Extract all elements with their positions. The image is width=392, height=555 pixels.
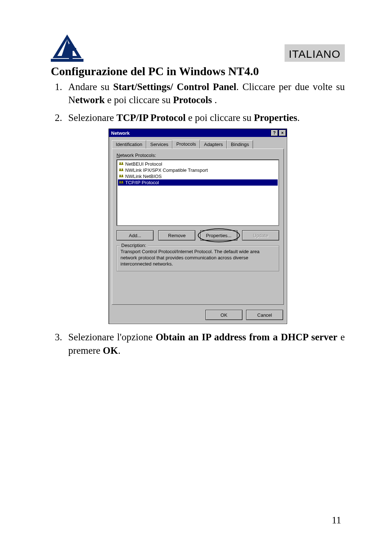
properties-button[interactable]: Properties... bbox=[200, 230, 237, 240]
list-item[interactable]: NWLink NetBIOS bbox=[118, 173, 278, 179]
brand-logo-icon bbox=[51, 33, 83, 62]
ok-button[interactable]: OK bbox=[205, 310, 242, 320]
tab-adapters[interactable]: Adapters bbox=[200, 140, 227, 149]
network-dialog: Network ? × Identification Services Prot… bbox=[109, 129, 287, 324]
list-item-label: TCP/IP Protocol bbox=[125, 180, 159, 185]
svg-rect-10 bbox=[119, 169, 121, 170]
add-button[interactable]: Add... bbox=[117, 230, 154, 240]
protocol-icon bbox=[119, 162, 124, 167]
svg-rect-6 bbox=[119, 164, 123, 165]
instruction-item-3: Selezionare l'opzione Obtain an IP addre… bbox=[65, 331, 345, 357]
svg-rect-14 bbox=[122, 175, 123, 177]
dialog-titlebar[interactable]: Network ? × bbox=[109, 129, 287, 137]
svg-rect-8 bbox=[122, 162, 123, 164]
help-icon: ? bbox=[273, 131, 275, 135]
svg-rect-3 bbox=[69, 44, 73, 59]
list-item-label: NWLink NetBIOS bbox=[125, 174, 162, 179]
tab-identification[interactable]: Identification bbox=[112, 140, 146, 149]
page-number: 11 bbox=[332, 515, 341, 526]
svg-rect-4 bbox=[67, 48, 76, 51]
section-title: Configurazione del PC in Windows NT4.0 bbox=[51, 65, 345, 78]
protocol-listbox[interactable]: NetBEUI Protocol NWLink IPX/SPX Compatib… bbox=[117, 159, 279, 226]
protocol-icon bbox=[119, 180, 124, 185]
close-button[interactable]: × bbox=[279, 130, 286, 136]
language-label: ITALIANO bbox=[285, 44, 345, 62]
svg-rect-7 bbox=[119, 162, 121, 164]
remove-button[interactable]: Remove bbox=[158, 230, 195, 240]
instruction-item-1: Andare su Start/Settings/ Control Panel.… bbox=[65, 80, 345, 107]
close-icon: × bbox=[281, 131, 283, 135]
instruction-list: Andare su Start/Settings/ Control Panel.… bbox=[51, 80, 345, 124]
list-item-label: NWLink IPX/SPX Compatible Transport bbox=[125, 167, 208, 173]
tab-bindings[interactable]: Bindings bbox=[227, 140, 253, 149]
description-group: Description: Transport Control Protocol/… bbox=[117, 246, 279, 271]
list-item[interactable]: NWLink IPX/SPX Compatible Transport bbox=[118, 167, 278, 173]
update-button[interactable]: Update bbox=[242, 230, 279, 240]
instruction-list-cont: Selezionare l'opzione Obtain an IP addre… bbox=[51, 331, 345, 357]
description-label: Description: bbox=[120, 243, 148, 249]
protocol-icon bbox=[119, 174, 124, 179]
tab-protocols[interactable]: Protocols bbox=[172, 140, 200, 149]
dialog-title: Network bbox=[111, 130, 130, 136]
svg-rect-9 bbox=[119, 170, 123, 171]
svg-rect-15 bbox=[119, 183, 123, 183]
tab-panel-protocols: Network Protocols: NetBEUI Protocol NWLi… bbox=[112, 149, 284, 305]
help-button[interactable]: ? bbox=[271, 130, 278, 136]
tab-services[interactable]: Services bbox=[146, 140, 172, 149]
svg-rect-5 bbox=[51, 59, 83, 62]
protocol-icon bbox=[119, 168, 124, 173]
list-label: Network Protocols: bbox=[117, 153, 279, 158]
list-item[interactable]: TCP/IP Protocol bbox=[118, 179, 278, 186]
svg-rect-12 bbox=[119, 177, 123, 177]
list-item-label: NetBEUI Protocol bbox=[125, 161, 162, 167]
svg-rect-11 bbox=[122, 169, 123, 170]
description-text: Transport Control Protocol/Internet Prot… bbox=[121, 249, 275, 267]
tab-strip: Identification Services Protocols Adapte… bbox=[109, 137, 287, 149]
instruction-item-2: Selezionare TCP/IP Protocol e poi clicca… bbox=[65, 111, 345, 124]
svg-rect-13 bbox=[119, 175, 121, 177]
list-item[interactable]: NetBEUI Protocol bbox=[118, 161, 278, 167]
cancel-button[interactable]: Cancel bbox=[246, 310, 283, 320]
svg-rect-17 bbox=[122, 181, 123, 183]
svg-rect-16 bbox=[119, 181, 121, 183]
